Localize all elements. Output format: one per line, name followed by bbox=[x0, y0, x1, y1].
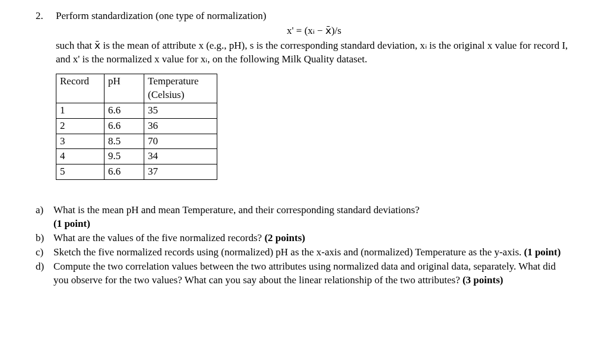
table-row: 1 6.6 35 bbox=[56, 103, 217, 118]
table-row: 4 9.5 34 bbox=[56, 149, 217, 164]
cell-temp: 37 bbox=[144, 164, 217, 180]
sub-text-wrap: What is the mean pH and mean Temperature… bbox=[53, 204, 419, 231]
cell-record: 1 bbox=[56, 103, 104, 118]
subquestion-c: c) Sketch the five normalized records us… bbox=[36, 246, 572, 259]
subquestion-b: b) What are the values of the five norma… bbox=[36, 232, 572, 245]
table-row: 5 6.6 37 bbox=[56, 164, 217, 180]
cell-ph: 8.5 bbox=[104, 134, 144, 149]
sub-points: (2 points) bbox=[264, 232, 305, 243]
sub-text: What is the mean pH and mean Temperature… bbox=[53, 204, 419, 216]
sub-points: (1 point) bbox=[53, 218, 90, 229]
header-temperature: Temperature (Celsius) bbox=[144, 74, 217, 103]
cell-ph: 6.6 bbox=[104, 164, 144, 180]
cell-ph: 6.6 bbox=[104, 103, 144, 118]
cell-record: 2 bbox=[56, 118, 104, 134]
question-block: 2. Perform standardization (one type of … bbox=[36, 10, 572, 192]
sub-label: c) bbox=[36, 246, 48, 259]
sub-label: d) bbox=[36, 260, 48, 287]
table-row: 2 6.6 36 bbox=[56, 118, 217, 134]
header-ph: pH bbox=[104, 74, 144, 103]
cell-temp: 70 bbox=[144, 134, 217, 149]
cell-temp: 36 bbox=[144, 118, 217, 134]
intro-line-2: such that x̄ is the mean of attribute x … bbox=[56, 39, 572, 67]
cell-ph: 9.5 bbox=[104, 149, 144, 164]
sub-text-wrap: What are the values of the five normaliz… bbox=[53, 232, 305, 245]
formula: x' = (xᵢ − x̄)/s bbox=[56, 24, 572, 38]
table-header-row: Record pH Temperature (Celsius) bbox=[56, 74, 217, 103]
sub-text-wrap: Compute the two correlation values betwe… bbox=[53, 260, 572, 287]
cell-temp: 35 bbox=[144, 103, 217, 118]
subquestion-d: d) Compute the two correlation values be… bbox=[36, 260, 572, 287]
header-temp-line1: Temperature bbox=[148, 75, 199, 87]
sub-points: (1 point) bbox=[524, 246, 561, 258]
sub-label: a) bbox=[36, 204, 48, 231]
cell-record: 3 bbox=[56, 134, 104, 149]
table-row: 3 8.5 70 bbox=[56, 134, 217, 149]
subquestion-list: a) What is the mean pH and mean Temperat… bbox=[36, 204, 572, 287]
header-temp-line2: (Celsius) bbox=[148, 89, 184, 100]
subquestion-a: a) What is the mean pH and mean Temperat… bbox=[36, 204, 572, 231]
header-record: Record bbox=[56, 74, 104, 103]
cell-record: 4 bbox=[56, 149, 104, 164]
cell-ph: 6.6 bbox=[104, 118, 144, 134]
sub-points: (3 points) bbox=[463, 274, 503, 286]
sub-text: What are the values of the five normaliz… bbox=[53, 232, 264, 243]
sub-text: Sketch the five normalized records using… bbox=[53, 246, 524, 258]
question-content: Perform standardization (one type of nor… bbox=[56, 10, 572, 192]
sub-text-wrap: Sketch the five normalized records using… bbox=[53, 246, 560, 259]
cell-record: 5 bbox=[56, 164, 104, 180]
question-number: 2. bbox=[36, 10, 48, 192]
sub-label: b) bbox=[36, 232, 48, 245]
cell-temp: 34 bbox=[144, 149, 217, 164]
dataset-table: Record pH Temperature (Celsius) 1 6.6 35… bbox=[56, 74, 217, 181]
intro-line-1: Perform standardization (one type of nor… bbox=[56, 10, 572, 23]
